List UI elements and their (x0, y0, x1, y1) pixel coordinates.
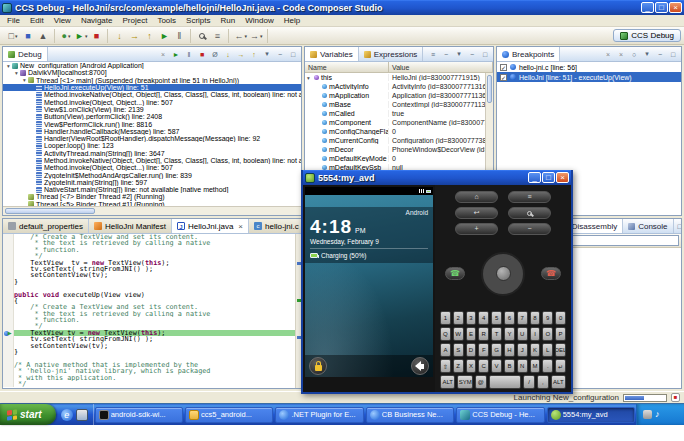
emulator-titlebar[interactable]: 5554:my_avd _ □ × (303, 170, 571, 185)
variable-row[interactable]: mBaseContextImpl (id=830007771138) (305, 100, 493, 109)
breakpoints-remove-all-button[interactable]: × (615, 48, 627, 60)
emulator-key[interactable]: I (530, 327, 541, 341)
search-button[interactable] (195, 29, 209, 43)
emulator-key[interactable]: D (466, 343, 477, 357)
menu-edit[interactable]: Edit (25, 15, 49, 27)
debug-launch-row[interactable]: ▾DalvikVM[localhost:8700] (3, 69, 301, 76)
variable-row[interactable]: mComponentComponentName (id=830007779456… (305, 118, 493, 127)
search-button[interactable] (508, 207, 551, 219)
emulator-key[interactable]: 2 (453, 311, 464, 325)
run-button[interactable]: ►▾ (74, 29, 88, 43)
emulator-key[interactable]: Z (453, 359, 464, 373)
breakpoints-show-all-button[interactable]: ○ (628, 48, 640, 60)
code-line[interactable]: */ (3, 381, 301, 387)
emulator-maximize-button[interactable]: □ (542, 172, 555, 183)
debug-suspend-button[interactable]: ‖ (183, 48, 195, 60)
breakpoints-min-button[interactable]: − (654, 48, 666, 60)
editor-tab-prop[interactable]: default_properties (3, 219, 89, 233)
emulator-key[interactable]: X (466, 359, 477, 373)
back-button[interactable]: ←▾ (233, 29, 248, 43)
volume-down-button[interactable]: − (508, 223, 551, 235)
code-editor[interactable]: /* Create a TextView and set its content… (3, 234, 301, 388)
emulator-key[interactable]: ALT (551, 375, 566, 389)
emulator-key[interactable]: / (523, 375, 535, 389)
debug-max-button[interactable]: □ (287, 48, 299, 60)
console-clear-button[interactable]: □ (674, 220, 682, 232)
dpad[interactable] (481, 252, 525, 296)
end-call-button[interactable]: ☎ (541, 267, 561, 280)
emulator-key[interactable]: A (440, 343, 451, 357)
menu-view[interactable]: View (49, 15, 76, 27)
variables-collapse-button[interactable]: − (440, 48, 452, 60)
editor-tab-c[interactable]: chello-jni.c (249, 219, 302, 233)
emulator-key[interactable]: ↵ (555, 359, 566, 373)
emulator-key[interactable]: J (517, 343, 528, 357)
variable-row[interactable]: mActivityInfoActivityInfo (id=8300077713… (305, 82, 493, 91)
emulator-key[interactable]: S (453, 343, 464, 357)
column-name[interactable]: Name (305, 62, 389, 72)
debug-stack-frame-row[interactable]: Method.invokeNative(Object, Object[], Cl… (3, 157, 301, 164)
emulator-key[interactable]: T (491, 327, 502, 341)
emulator-key[interactable]: K (530, 343, 541, 357)
emulator-key[interactable]: R (478, 327, 489, 341)
cancel-launch-button[interactable]: ■ (671, 393, 680, 402)
emulator-key[interactable]: Y (504, 327, 515, 341)
variable-row[interactable]: mCurrentConfigConfiguration (id=83000777… (305, 136, 493, 145)
variables-tab-expressions[interactable]: Expressions (359, 47, 424, 61)
emulator-key[interactable]: . (542, 359, 553, 373)
emulator-key[interactable]: 0 (555, 311, 566, 325)
dpad-center-button[interactable] (496, 266, 511, 281)
back-button[interactable]: ↩ (455, 207, 498, 219)
emulator-key[interactable]: C (478, 359, 489, 373)
emulator-key[interactable]: , (537, 375, 549, 389)
debug-stack-frame-row[interactable]: Handler(ViewRoot$RootHandler).dispatchMe… (3, 135, 301, 142)
emulator-key[interactable]: 1 (440, 311, 451, 325)
menu-scripts[interactable]: Scripts (181, 15, 215, 27)
menu-tools[interactable]: Tools (152, 15, 181, 27)
debug-stack-frame-row[interactable]: Button(View).performClick() line: 2408 (3, 113, 301, 120)
emulator-key[interactable]: O (542, 327, 553, 341)
emulator-key[interactable]: L (542, 343, 553, 357)
menu-file[interactable]: File (2, 15, 25, 27)
mute-handle[interactable] (411, 357, 429, 375)
console-tab-console[interactable]: Console (623, 219, 673, 233)
emulator-key[interactable]: P (555, 327, 566, 341)
emulator-key[interactable]: ALT (440, 375, 455, 389)
show-desktop-icon[interactable] (76, 409, 88, 421)
step-over-button[interactable]: → (127, 29, 141, 43)
emulator-key[interactable]: 6 (504, 311, 515, 325)
emulator-key[interactable]: U (517, 327, 528, 341)
column-value[interactable]: Value (389, 62, 493, 72)
debug-stack-frame-row[interactable]: Handler.handleCallback(Message) line: 58… (3, 128, 301, 135)
emulator-key[interactable]: W (453, 327, 464, 341)
debug-menu-button[interactable]: ▾ (261, 48, 273, 60)
home-button[interactable]: ⌂ (455, 191, 498, 203)
debug-resume-button[interactable]: ► (170, 48, 182, 60)
variable-row[interactable]: mApplicationApplication (id=830007771136… (305, 91, 493, 100)
variables-show-type-button[interactable]: ≡ (427, 48, 439, 60)
emulator-key[interactable]: F (478, 343, 489, 357)
volume-up-button[interactable]: + (455, 223, 498, 235)
debug-stack-frame-row[interactable]: NativeStart.main(String[]) line: not ava… (3, 186, 301, 193)
tab-debug[interactable]: Debug (3, 47, 48, 61)
debug-min-button[interactable]: − (274, 48, 286, 60)
phone-screen[interactable]: Android 4:18 PM Wednesday, February 9 Ch… (305, 187, 433, 377)
emulator-key[interactable]: 7 (517, 311, 528, 325)
internet-explorer-icon[interactable]: e (61, 409, 73, 421)
code-line[interactable]: } (3, 279, 301, 285)
emulator-key[interactable]: V (491, 359, 502, 373)
variable-row[interactable]: ▾thisHelloJni (id=830007771915) (305, 73, 493, 82)
close-button[interactable]: × (669, 2, 682, 13)
breakpoint-item[interactable]: ✓hello-jni.c [line: 56] (497, 62, 681, 72)
debug-stack-frame-row[interactable]: ZygoteInit.main(String[]) line: 597 (3, 179, 301, 186)
variables-menu-button[interactable]: ▾ (453, 48, 465, 60)
taskbar-button[interactable]: CCS Debug - He... (456, 407, 544, 423)
maximize-button[interactable]: □ (655, 2, 668, 13)
variable-row[interactable]: mConfigChangeFlags0 (305, 127, 493, 136)
variables-min-button[interactable]: − (466, 48, 478, 60)
emulator-key[interactable]: @ (475, 375, 487, 389)
breakpoint-checkbox[interactable]: ✓ (500, 74, 507, 81)
debug-stack-frame-row[interactable]: Looper.loop() line: 123 (3, 142, 301, 149)
debug-stack-frame-row[interactable]: Method.invoke(Object, Object...) line: 5… (3, 164, 301, 171)
variable-row[interactable]: mDecorPhoneWindow$DecorView (id=83000777… (305, 145, 493, 154)
